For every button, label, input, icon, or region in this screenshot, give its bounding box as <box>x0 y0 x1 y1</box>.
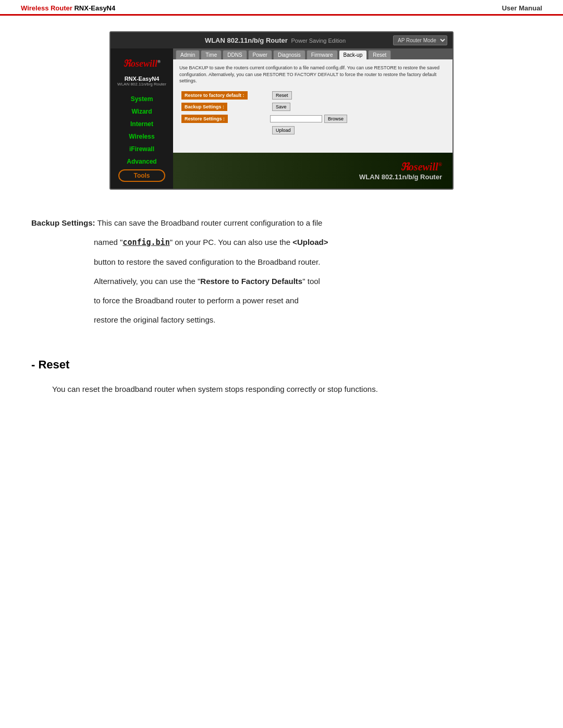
footer-logo: ℜosewill® <box>359 161 442 173</box>
backup-settings-para: Backup Settings: This can save the Broad… <box>31 216 532 230</box>
restore-factory-row: Restore to factory default : Reset <box>179 90 446 101</box>
restore-row: Restore Settings : Browse <box>179 113 446 125</box>
router-screenshot: WLAN 802.11n/b/g Router Power Saving Edi… <box>109 31 454 190</box>
router-footer: ℜosewill® WLAN 802.11n/b/g Router <box>173 153 452 189</box>
device-name-label: RNX-EasyN4 <box>113 76 170 82</box>
tab-time[interactable]: Time <box>201 50 222 59</box>
backup-row: Backup Settings : Save <box>179 101 446 113</box>
header-right: User Manual <box>502 4 542 12</box>
sidebar-item-wizard[interactable]: Wizard <box>111 105 173 118</box>
backup-settings-label: Backup Settings : <box>181 103 227 111</box>
ap-mode-select[interactable]: AP Router Mode <box>393 35 447 45</box>
router-content: Use BACKUP to save the routers current c… <box>173 59 452 153</box>
sidebar-item-tools[interactable]: Tools <box>118 169 165 182</box>
router-title-bar: WLAN 802.11n/b/g Router Power Saving Edi… <box>111 32 452 48</box>
restore-factory-button[interactable]: Reset <box>272 91 292 100</box>
reset-heading: - Reset <box>31 358 532 372</box>
footer-wlan: WLAN 802.11n/b/g Router <box>359 173 442 181</box>
restore-factory-label: Restore to factory default : <box>181 91 248 100</box>
tab-firmware[interactable]: Firmware <box>307 50 338 59</box>
config-bin-text: config.bin <box>123 238 169 247</box>
page-header: Wireless Router RNX-EasyN4 User Manual <box>0 0 563 16</box>
manual-label: User Manual <box>502 4 542 12</box>
sidebar-nav: System Wizard Internet Wireless iFirewal… <box>111 93 173 182</box>
tab-diagnosis[interactable]: Diagnosis <box>273 50 305 59</box>
sidebar-item-ifirewall[interactable]: iFirewall <box>111 143 173 155</box>
router-main: ℜosewill® RNX-EasyN4 WLAN 802.11n/b/g Ro… <box>111 48 452 189</box>
settings-table: Restore to factory default : Reset Backu… <box>179 90 446 136</box>
header-left: Wireless Router RNX-EasyN4 <box>21 4 115 12</box>
model-label: RNX-EasyN4 <box>74 4 115 12</box>
sidebar-logo: ℜosewill® <box>123 58 161 69</box>
restore-factory-defaults-text: Restore to Factory Defaults <box>200 277 302 286</box>
backup-factory-settings-para: restore the original factory settings. <box>94 313 532 327</box>
upload-button[interactable]: Upload <box>272 126 295 134</box>
reset-text: You can reset the broadband router when … <box>52 385 378 393</box>
backup-text1: This can save the Broadband router curre… <box>97 218 322 227</box>
backup-save-button[interactable]: Save <box>272 103 290 111</box>
router-title-edition: Power Saving Edition <box>289 38 346 44</box>
backup-bold-label: Backup Settings: <box>31 218 95 227</box>
sidebar-item-system[interactable]: System <box>111 93 173 105</box>
router-device-name: RNX-EasyN4 WLAN 802.11n/b/g Router <box>111 73 173 89</box>
reset-para: You can reset the broadband router when … <box>52 382 532 396</box>
upload-row: Upload <box>179 125 446 136</box>
tab-power[interactable]: Power <box>248 50 272 59</box>
router-right-panel: Admin Time DDNS Power Diagnosis Firmware… <box>173 48 452 189</box>
tab-ddns[interactable]: DDNS <box>223 50 247 59</box>
backup-force-para: to force the Broadband router to perform… <box>94 293 532 307</box>
page-content: Backup Settings: This can save the Broad… <box>0 205 563 406</box>
backup-config-para: named "config.bin" on your PC. You can a… <box>94 235 532 250</box>
sidebar-item-wireless[interactable]: Wireless <box>111 130 173 143</box>
backup-restore-para: button to restore the saved configuratio… <box>94 255 532 269</box>
device-sub-label: WLAN 802.11n/b/g Router <box>113 82 170 87</box>
router-sidebar: ℜosewill® RNX-EasyN4 WLAN 802.11n/b/g Ro… <box>111 48 173 189</box>
restore-settings-label: Restore Settings : <box>181 115 228 123</box>
restore-file-input[interactable] <box>270 115 322 122</box>
sidebar-item-internet[interactable]: Internet <box>111 118 173 130</box>
tab-admin[interactable]: Admin <box>176 50 200 59</box>
router-title-wlan: WLAN 802.11n/b/g Router <box>205 36 288 44</box>
upload-text: <Upload> <box>292 238 328 246</box>
router-nav-tabs: Admin Time DDNS Power Diagnosis Firmware… <box>173 48 452 59</box>
brand-label: Wireless Router <box>21 4 72 12</box>
backup-alternatively-para: Alternatively, you can use the "Restore … <box>94 274 532 288</box>
router-logo: ℜosewill® <box>111 54 173 73</box>
router-footer-content: ℜosewill® WLAN 802.11n/b/g Router <box>359 161 442 181</box>
tab-backup[interactable]: Back-up <box>339 50 368 59</box>
router-title-text: WLAN 802.11n/b/g Router Power Saving Edi… <box>157 36 393 44</box>
tab-reset[interactable]: Reset <box>368 50 391 59</box>
router-content-desc: Use BACKUP to save the routers current c… <box>179 65 446 84</box>
sidebar-item-advanced[interactable]: Advanced <box>111 155 173 168</box>
browse-button[interactable]: Browse <box>324 115 347 123</box>
